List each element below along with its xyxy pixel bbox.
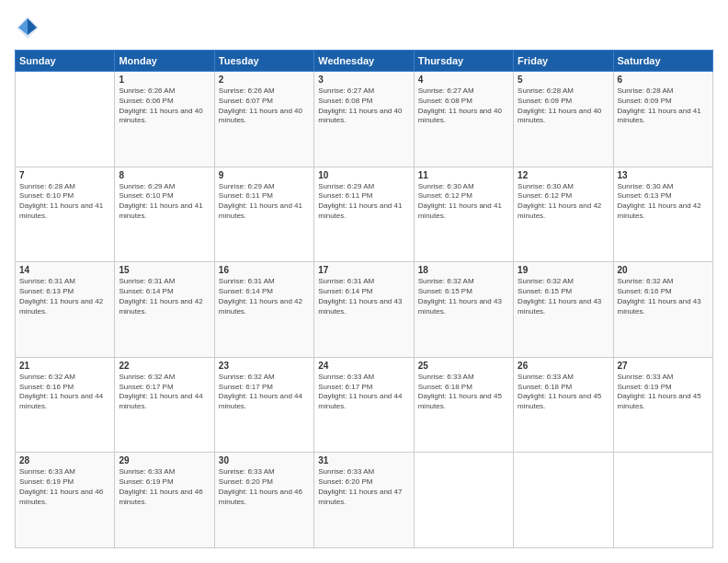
calendar-cell: 22Sunrise: 6:32 AMSunset: 6:17 PMDayligh… (115, 357, 214, 453)
header-day-thursday: Thursday (414, 51, 513, 72)
cell-content: Sunrise: 6:30 AMSunset: 6:12 PMDaylight:… (518, 182, 609, 222)
calendar-cell (613, 453, 712, 548)
day-number: 15 (119, 265, 210, 275)
calendar-cell: 28Sunrise: 6:33 AMSunset: 6:19 PMDayligh… (16, 453, 115, 548)
day-number: 1 (119, 75, 210, 85)
calendar-cell: 21Sunrise: 6:32 AMSunset: 6:16 PMDayligh… (16, 357, 115, 453)
day-number: 11 (418, 170, 509, 180)
cell-content: Sunrise: 6:29 AMSunset: 6:11 PMDaylight:… (219, 182, 310, 222)
day-number: 9 (219, 170, 310, 180)
calendar-cell: 18Sunrise: 6:32 AMSunset: 6:15 PMDayligh… (414, 262, 513, 358)
cell-content: Sunrise: 6:28 AMSunset: 6:10 PMDaylight:… (19, 182, 110, 222)
calendar-cell: 5Sunrise: 6:28 AMSunset: 6:09 PMDaylight… (514, 72, 613, 167)
calendar-cell: 2Sunrise: 6:26 AMSunset: 6:07 PMDaylight… (214, 72, 313, 167)
cell-content: Sunrise: 6:33 AMSunset: 6:18 PMDaylight:… (418, 373, 509, 412)
calendar-cell: 13Sunrise: 6:30 AMSunset: 6:13 PMDayligh… (613, 167, 712, 262)
calendar-cell: 16Sunrise: 6:31 AMSunset: 6:14 PMDayligh… (214, 262, 313, 358)
day-number: 30 (219, 455, 310, 465)
cell-content: Sunrise: 6:33 AMSunset: 6:20 PMDaylight:… (219, 467, 310, 507)
calendar-cell: 31Sunrise: 6:33 AMSunset: 6:20 PMDayligh… (314, 453, 414, 548)
cell-content: Sunrise: 6:33 AMSunset: 6:19 PMDaylight:… (119, 467, 210, 507)
day-number: 29 (119, 455, 210, 465)
day-number: 20 (618, 265, 709, 275)
header-row: SundayMondayTuesdayWednesdayThursdayFrid… (16, 51, 713, 72)
day-number: 23 (219, 361, 310, 371)
calendar-cell: 24Sunrise: 6:33 AMSunset: 6:17 PMDayligh… (314, 357, 414, 453)
calendar-cell: 25Sunrise: 6:33 AMSunset: 6:18 PMDayligh… (414, 357, 513, 453)
day-number: 26 (518, 361, 609, 371)
day-number: 3 (318, 75, 409, 85)
cell-content: Sunrise: 6:26 AMSunset: 6:07 PMDaylight:… (219, 86, 310, 126)
header-day-sunday: Sunday (16, 51, 115, 72)
day-number: 19 (518, 265, 609, 275)
calendar-cell: 11Sunrise: 6:30 AMSunset: 6:12 PMDayligh… (414, 167, 513, 262)
day-number: 13 (618, 170, 709, 180)
week-row-2: 14Sunrise: 6:31 AMSunset: 6:13 PMDayligh… (16, 262, 713, 358)
cell-content: Sunrise: 6:33 AMSunset: 6:17 PMDaylight:… (318, 373, 409, 412)
cell-content: Sunrise: 6:31 AMSunset: 6:14 PMDaylight:… (318, 277, 409, 316)
cell-content: Sunrise: 6:33 AMSunset: 6:20 PMDaylight:… (318, 467, 409, 507)
calendar-cell: 3Sunrise: 6:27 AMSunset: 6:08 PMDaylight… (314, 72, 414, 167)
page: SundayMondayTuesdayWednesdayThursdayFrid… (0, 0, 728, 563)
cell-content: Sunrise: 6:32 AMSunset: 6:16 PMDaylight:… (19, 373, 110, 412)
cell-content: Sunrise: 6:30 AMSunset: 6:12 PMDaylight:… (418, 182, 509, 222)
day-number: 6 (618, 75, 709, 85)
calendar-table: SundayMondayTuesdayWednesdayThursdayFrid… (15, 50, 713, 548)
day-number: 16 (219, 265, 310, 275)
calendar-cell: 23Sunrise: 6:32 AMSunset: 6:17 PMDayligh… (214, 357, 313, 453)
header-day-tuesday: Tuesday (214, 51, 313, 72)
calendar-cell: 17Sunrise: 6:31 AMSunset: 6:14 PMDayligh… (314, 262, 414, 358)
cell-content: Sunrise: 6:32 AMSunset: 6:16 PMDaylight:… (618, 277, 709, 316)
calendar-cell: 14Sunrise: 6:31 AMSunset: 6:13 PMDayligh… (16, 262, 115, 358)
day-number: 17 (318, 265, 409, 275)
week-row-1: 7Sunrise: 6:28 AMSunset: 6:10 PMDaylight… (16, 167, 713, 262)
cell-content: Sunrise: 6:29 AMSunset: 6:11 PMDaylight:… (318, 182, 409, 222)
calendar-cell: 1Sunrise: 6:26 AMSunset: 6:06 PMDaylight… (115, 72, 214, 167)
calendar-cell: 26Sunrise: 6:33 AMSunset: 6:18 PMDayligh… (514, 357, 613, 453)
day-number: 2 (219, 75, 310, 85)
logo (15, 15, 44, 40)
header-day-friday: Friday (514, 51, 613, 72)
calendar-cell: 15Sunrise: 6:31 AMSunset: 6:14 PMDayligh… (115, 262, 214, 358)
calendar-cell (16, 72, 115, 167)
day-number: 22 (119, 361, 210, 371)
calendar-cell: 4Sunrise: 6:27 AMSunset: 6:08 PMDaylight… (414, 72, 513, 167)
calendar-header: SundayMondayTuesdayWednesdayThursdayFrid… (16, 51, 713, 72)
day-number: 31 (318, 455, 409, 465)
calendar-cell: 10Sunrise: 6:29 AMSunset: 6:11 PMDayligh… (314, 167, 414, 262)
calendar-cell: 19Sunrise: 6:32 AMSunset: 6:15 PMDayligh… (514, 262, 613, 358)
day-number: 10 (318, 170, 409, 180)
week-row-3: 21Sunrise: 6:32 AMSunset: 6:16 PMDayligh… (16, 357, 713, 453)
cell-content: Sunrise: 6:32 AMSunset: 6:17 PMDaylight:… (119, 373, 210, 412)
day-number: 14 (19, 265, 110, 275)
calendar-cell: 8Sunrise: 6:29 AMSunset: 6:10 PMDaylight… (115, 167, 214, 262)
day-number: 28 (19, 455, 110, 465)
header (15, 15, 713, 40)
cell-content: Sunrise: 6:33 AMSunset: 6:18 PMDaylight:… (518, 373, 609, 412)
calendar-body: 1Sunrise: 6:26 AMSunset: 6:06 PMDaylight… (16, 72, 713, 548)
cell-content: Sunrise: 6:32 AMSunset: 6:15 PMDaylight:… (518, 277, 609, 316)
cell-content: Sunrise: 6:31 AMSunset: 6:14 PMDaylight:… (219, 277, 310, 316)
day-number: 8 (119, 170, 210, 180)
calendar-cell (414, 453, 513, 548)
week-row-0: 1Sunrise: 6:26 AMSunset: 6:06 PMDaylight… (16, 72, 713, 167)
header-day-wednesday: Wednesday (314, 51, 414, 72)
cell-content: Sunrise: 6:32 AMSunset: 6:15 PMDaylight:… (418, 277, 509, 316)
cell-content: Sunrise: 6:27 AMSunset: 6:08 PMDaylight:… (318, 86, 409, 126)
cell-content: Sunrise: 6:33 AMSunset: 6:19 PMDaylight:… (618, 373, 709, 412)
cell-content: Sunrise: 6:31 AMSunset: 6:14 PMDaylight:… (119, 277, 210, 316)
cell-content: Sunrise: 6:32 AMSunset: 6:17 PMDaylight:… (219, 373, 310, 412)
day-number: 7 (19, 170, 110, 180)
week-row-4: 28Sunrise: 6:33 AMSunset: 6:19 PMDayligh… (16, 453, 713, 548)
cell-content: Sunrise: 6:31 AMSunset: 6:13 PMDaylight:… (19, 277, 110, 316)
cell-content: Sunrise: 6:28 AMSunset: 6:09 PMDaylight:… (618, 86, 709, 126)
day-number: 25 (418, 361, 509, 371)
day-number: 27 (618, 361, 709, 371)
calendar-cell: 12Sunrise: 6:30 AMSunset: 6:12 PMDayligh… (514, 167, 613, 262)
cell-content: Sunrise: 6:28 AMSunset: 6:09 PMDaylight:… (518, 86, 609, 126)
header-day-monday: Monday (115, 51, 214, 72)
day-number: 18 (418, 265, 509, 275)
calendar-cell: 6Sunrise: 6:28 AMSunset: 6:09 PMDaylight… (613, 72, 712, 167)
cell-content: Sunrise: 6:33 AMSunset: 6:19 PMDaylight:… (19, 467, 110, 507)
calendar-cell: 27Sunrise: 6:33 AMSunset: 6:19 PMDayligh… (613, 357, 712, 453)
